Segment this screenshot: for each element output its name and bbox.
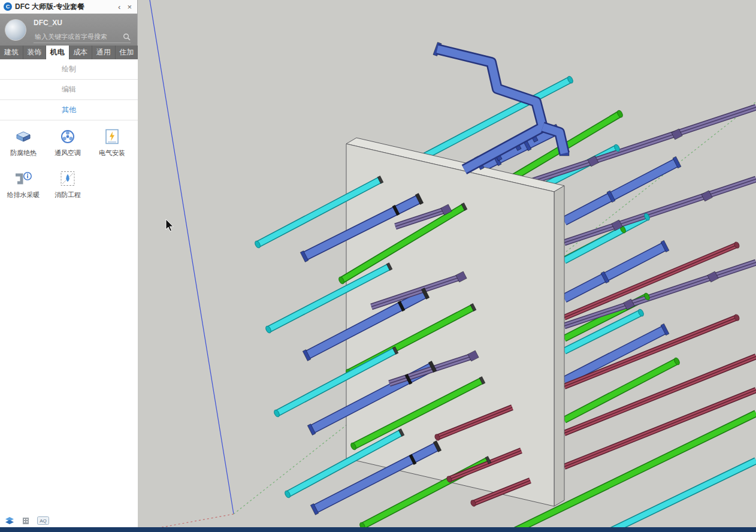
tool-hvac[interactable]: 通风空调 [46, 126, 90, 158]
search-input[interactable] [34, 32, 123, 41]
electrical-icon [90, 126, 134, 147]
section-other-label: 其他 [62, 105, 76, 114]
tool-label: 防腐绝热 [1, 149, 46, 158]
panel-title: DFC 大师版-专业套餐 [15, 2, 113, 12]
tool-electrical[interactable]: 电气安装 [90, 126, 134, 158]
dfc-plugin-panel: C DFC 大师版-专业套餐 ‹ × DFC_XU 建筑 装饰 机电 成本 通用… [0, 0, 138, 527]
tool-fire-protection[interactable]: 消防工程 [46, 168, 90, 200]
tab-mep[interactable]: 机电 [46, 46, 69, 59]
tool-label: 电气安装 [90, 149, 134, 158]
section-draw[interactable]: 绘制 [0, 59, 138, 80]
tool-label: 消防工程 [46, 191, 90, 200]
svg-text:AQ: AQ [40, 518, 47, 524]
bottom-status-strip [0, 527, 756, 532]
plumbing-icon [1, 168, 46, 189]
ribbon-tabs: 建筑 装饰 机电 成本 通用 住加 [0, 46, 138, 59]
tool-grid: 防腐绝热 通风空调 [0, 120, 138, 210]
mouse-cursor [166, 219, 173, 231]
tab-residential[interactable]: 住加 [116, 46, 138, 59]
avatar[interactable] [5, 19, 26, 41]
tool-plumbing-heating[interactable]: 给排水采暖 [1, 168, 46, 200]
dfc-logo-icon: C [4, 2, 12, 11]
section-draw-label: 绘制 [62, 65, 76, 73]
section-edit[interactable]: 编辑 [0, 80, 138, 100]
panel-footer: AQ [5, 516, 49, 525]
collapse-icon[interactable]: ‹ [116, 3, 122, 11]
close-icon[interactable]: × [125, 3, 134, 11]
building-icon[interactable] [22, 516, 30, 525]
tab-architecture[interactable]: 建筑 [0, 46, 23, 59]
panel-titlebar: C DFC 大师版-专业套餐 ‹ × [0, 0, 137, 14]
section-edit-label: 编辑 [62, 85, 76, 93]
fire-protection-icon [46, 168, 90, 189]
panel-body: 绘制 编辑 其他 防腐绝热 [0, 59, 138, 527]
model-scene[interactable] [138, 0, 756, 527]
layers-icon[interactable] [5, 516, 14, 525]
image-badge[interactable]: AQ [37, 516, 49, 525]
hvac-fan-icon [46, 126, 90, 147]
dfc-sketchup-window: C DFC 大师版-专业套餐 ‹ × DFC_XU 建筑 装饰 机电 成本 通用… [0, 0, 756, 532]
tab-general[interactable]: 通用 [92, 46, 116, 59]
tool-label: 给排水采暖 [1, 191, 46, 200]
tool-label: 通风空调 [46, 149, 90, 158]
search-icon[interactable] [123, 33, 131, 41]
tab-cost[interactable]: 成本 [69, 46, 93, 59]
account-header: DFC_XU [0, 14, 137, 46]
search-row [34, 31, 131, 43]
insulation-icon [1, 126, 46, 147]
tool-anticorrosion-insulation[interactable]: 防腐绝热 [1, 126, 46, 158]
duct-assembly[interactable] [437, 49, 564, 170]
section-other[interactable]: 其他 [0, 100, 138, 120]
tab-decoration[interactable]: 装饰 [23, 46, 47, 59]
account-name: DFC_XU [34, 19, 62, 27]
3d-viewport[interactable] [138, 0, 756, 527]
